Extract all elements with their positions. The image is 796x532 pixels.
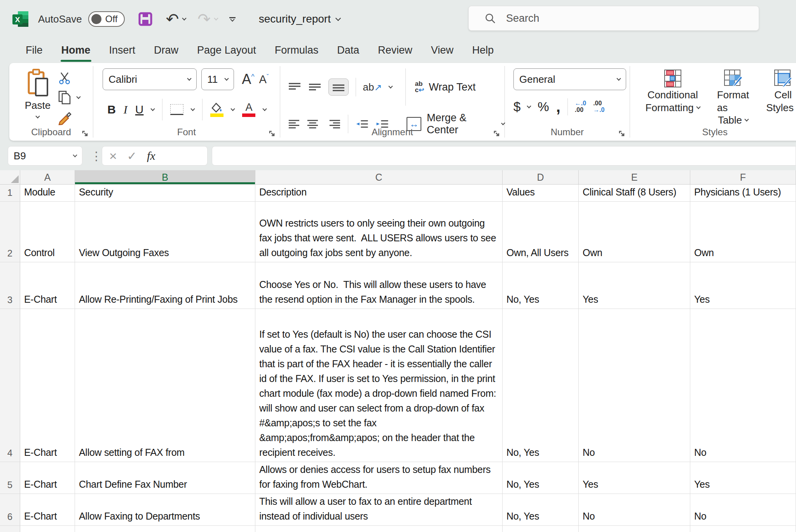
decrease-font-size-button[interactable]: Aˇ [259, 73, 269, 86]
fill-color-dropdown-icon[interactable] [231, 106, 235, 111]
cell-b6[interactable]: Allow Faxing to Departments [75, 494, 255, 526]
number-dialog-launcher-icon[interactable] [618, 130, 626, 138]
cell-b1[interactable]: Security [75, 185, 255, 202]
font-name-select[interactable]: Calibri [103, 68, 197, 90]
cell-d5[interactable]: No, Yes [503, 462, 579, 494]
cell-b7[interactable] [75, 526, 255, 532]
cell-e7[interactable] [579, 526, 690, 532]
cell-c6[interactable]: This will allow a user to fax to an enti… [255, 494, 503, 526]
cell-d4[interactable]: No, Yes [503, 309, 579, 462]
enter-icon[interactable]: ✓ [127, 149, 137, 163]
cell-f4[interactable]: No [690, 309, 796, 462]
align-middle-icon[interactable] [308, 82, 321, 92]
cell-e4[interactable]: No [579, 309, 690, 462]
format-painter-icon[interactable] [58, 110, 72, 125]
cell-a5[interactable]: E-Chart [20, 462, 75, 494]
search-input[interactable]: Search [468, 6, 759, 31]
save-icon[interactable] [138, 12, 153, 26]
cell-c5[interactable]: Allows or denies access for users to set… [255, 462, 503, 494]
cell-c3[interactable]: Choose Yes or No. This will allow these … [255, 262, 503, 309]
row-header-7[interactable]: 7 [0, 526, 20, 532]
underline-dropdown-icon[interactable] [151, 106, 155, 111]
cell-b2[interactable]: View Outgoing Faxes [75, 202, 255, 262]
orientation-button[interactable]: ab↗ [363, 81, 382, 93]
italic-button[interactable]: I [124, 103, 127, 116]
cell-d2[interactable]: Own, All Users [503, 202, 579, 262]
cell-d3[interactable]: No, Yes [503, 262, 579, 309]
cell-c2[interactable]: OWN restricts users to only seeing their… [255, 202, 503, 262]
cell-d6[interactable]: No, Yes [503, 494, 579, 526]
cell-d7[interactable] [503, 526, 579, 532]
cell-d1[interactable]: Values [503, 185, 579, 202]
cell-f3[interactable]: Yes [690, 262, 796, 309]
undo-icon[interactable]: ↶ [166, 11, 179, 27]
align-top-icon[interactable] [288, 82, 301, 92]
cell-e6[interactable]: No [579, 494, 690, 526]
copy-icon[interactable] [58, 90, 72, 105]
cell-f1[interactable]: Physicians (1 Users) [690, 185, 796, 202]
formula-input[interactable] [212, 146, 796, 166]
column-header-f[interactable]: F [690, 170, 796, 185]
tab-view[interactable]: View [422, 41, 463, 59]
cell-a6[interactable]: E-Chart [20, 494, 75, 526]
row-header-2[interactable]: 2 [0, 202, 20, 262]
cell-c7[interactable] [255, 526, 503, 532]
cell-b3[interactable]: Allow Re-Printing/Faxing of Print Jobs [75, 262, 255, 309]
row-header-1[interactable]: 1 [0, 185, 20, 202]
select-all-corner[interactable] [0, 170, 20, 185]
redo-dropdown-icon[interactable] [214, 16, 218, 20]
redo-icon[interactable]: ↷ [197, 11, 211, 27]
cell-f5[interactable]: Yes [690, 462, 796, 494]
wrap-text-button[interactable]: abc↩ Wrap Text [415, 81, 476, 93]
cell-e2[interactable]: Own [579, 202, 690, 262]
cell-f2[interactable]: Own [690, 202, 796, 262]
underline-button[interactable]: U [135, 103, 144, 116]
column-header-c[interactable]: C [255, 170, 503, 185]
cell-e5[interactable]: Yes [579, 462, 690, 494]
autosave-toggle[interactable]: Off [88, 11, 125, 27]
tab-insert[interactable]: Insert [100, 41, 145, 59]
font-color-dropdown-icon[interactable] [263, 106, 267, 111]
font-dialog-launcher-icon[interactable] [268, 130, 276, 138]
row-header-4[interactable]: 4 [0, 309, 20, 462]
currency-dropdown-icon[interactable] [527, 104, 531, 108]
cell-f6[interactable]: No [690, 494, 796, 526]
tab-draw[interactable]: Draw [145, 41, 188, 59]
row-header-6[interactable]: 6 [0, 494, 20, 526]
borders-button[interactable] [170, 104, 183, 115]
column-header-d[interactable]: D [503, 170, 579, 185]
cell-b5[interactable]: Chart Define Fax Number [75, 462, 255, 494]
cell-a1[interactable]: Module [20, 185, 75, 202]
column-header-a[interactable]: A [20, 170, 75, 185]
increase-font-size-button[interactable]: A^ [242, 71, 254, 87]
cell-c4[interactable]: If set to Yes (default is No) the user c… [255, 309, 503, 462]
borders-dropdown-icon[interactable] [191, 106, 195, 111]
orientation-dropdown-icon[interactable] [388, 84, 393, 88]
tab-file[interactable]: File [16, 41, 52, 59]
tab-help[interactable]: Help [463, 41, 503, 59]
font-size-select[interactable]: 11 [201, 68, 234, 90]
undo-dropdown-icon[interactable] [182, 16, 187, 20]
cell-c1[interactable]: Description [255, 185, 503, 202]
row-header-3[interactable]: 3 [0, 262, 20, 309]
percent-button[interactable]: % [538, 99, 549, 114]
comma-button[interactable]: , [556, 98, 560, 115]
column-header-e[interactable]: E [579, 170, 690, 185]
bold-button[interactable]: B [107, 103, 116, 116]
increase-decimal-button[interactable]: ←.0 .00 [575, 100, 586, 113]
cell-a4[interactable]: E-Chart [20, 309, 75, 462]
document-title[interactable]: security_report [259, 13, 340, 25]
cell-a7[interactable] [20, 526, 75, 532]
cell-b4[interactable]: Allow setting of FAX from [75, 309, 255, 462]
tab-home[interactable]: Home [52, 41, 100, 59]
font-color-button[interactable]: A [242, 102, 255, 117]
tab-review[interactable]: Review [368, 41, 422, 59]
cell-a2[interactable]: Control [20, 202, 75, 262]
cut-icon[interactable] [58, 72, 72, 85]
row-header-5[interactable]: 5 [0, 462, 20, 494]
cell-f7[interactable] [690, 526, 796, 532]
name-box[interactable]: B9 [8, 146, 82, 166]
alignment-dialog-launcher-icon[interactable] [493, 130, 501, 138]
insert-function-icon[interactable]: fx [147, 149, 155, 162]
cell-a3[interactable]: E-Chart [20, 262, 75, 309]
